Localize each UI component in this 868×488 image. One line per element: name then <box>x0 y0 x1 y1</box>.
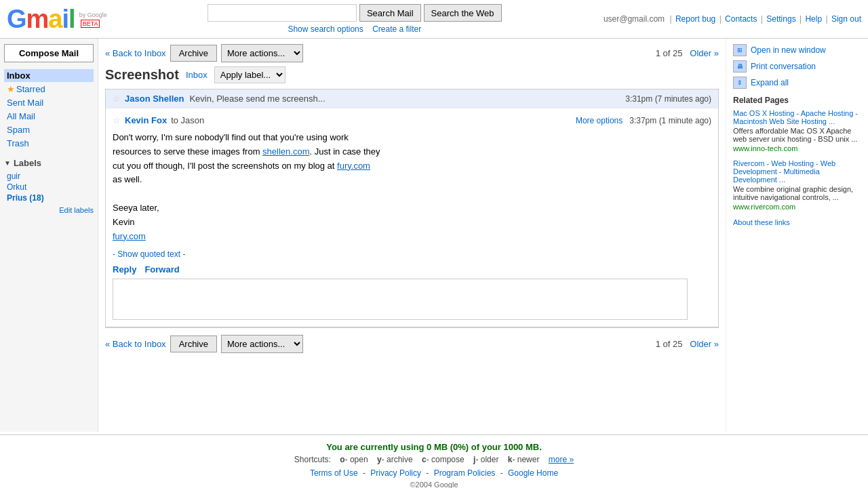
google-home-link[interactable]: Google Home <box>508 468 558 478</box>
print-conversation-link[interactable]: 🖶 Print conversation <box>733 60 861 73</box>
related-pages-section: Related Pages Mac OS X Hosting - Apache … <box>733 96 861 227</box>
create-filter-link[interactable]: Create a filter <box>372 24 421 34</box>
sign-out-link[interactable]: Sign out <box>831 14 861 24</box>
program-policies-link[interactable]: Program Policies <box>434 468 496 478</box>
email-subject: Screenshot <box>105 67 179 83</box>
related-item-2: Rivercom - Web Hosting - Web Development… <box>733 159 861 211</box>
starred-label: Starred <box>16 84 45 94</box>
search-web-button[interactable]: Search the Web <box>424 4 502 22</box>
compose-button[interactable]: Compose Mail <box>4 44 94 62</box>
email-item-1[interactable]: ☆ Jason Shellen Kevin, Please send me sc… <box>106 89 718 108</box>
email-snippet-1: Kevin, Please send me screensh... <box>189 94 325 104</box>
edit-labels-link[interactable]: Edit labels <box>4 206 94 214</box>
contacts-link[interactable]: Contacts <box>725 14 757 24</box>
labels-title: Labels <box>14 158 41 168</box>
show-quoted-text[interactable]: - Show quoted text - <box>113 249 185 259</box>
logo-google-text: by Google <box>79 12 107 18</box>
search-mail-button[interactable]: Search Mail <box>359 4 421 22</box>
privacy-link[interactable]: Privacy Policy <box>370 468 421 478</box>
back-to-inbox-bottom[interactable]: « Back to Inbox <box>105 339 166 349</box>
labels-collapse-icon: ▼ <box>4 159 11 167</box>
print-icon: 🖶 <box>733 60 747 73</box>
footer-links: Terms of Use - Privacy Policy - Program … <box>0 468 868 478</box>
related-url-1: www.inno-tech.com <box>733 144 861 152</box>
older-link-bottom[interactable]: Older » <box>690 339 719 349</box>
email-body: Don't worry, I'm sure nobody'll find out… <box>113 131 711 243</box>
email-sender-2: Kevin Fox <box>125 115 167 125</box>
more-options-link[interactable]: More options <box>576 116 623 125</box>
shortcuts-prefix: Shortcuts: <box>294 455 331 464</box>
star-toggle-2[interactable]: ☆ <box>113 115 121 125</box>
shortcuts-row: Shortcuts: o- open y- archive c- compose… <box>0 455 868 464</box>
email-time-2: 3:37pm (1 minute ago) <box>629 116 711 125</box>
search-input[interactable] <box>208 4 357 22</box>
show-search-options-link[interactable]: Show search options <box>288 24 363 34</box>
sidebar-item-inbox[interactable]: Inbox <box>4 69 94 82</box>
related-desc-1: Offers affordable Mac OS X Apache web se… <box>733 127 861 143</box>
settings-link[interactable]: Settings <box>766 14 795 24</box>
related-desc-2: We combine original graphic design, intu… <box>733 185 861 201</box>
related-link-2[interactable]: Rivercom - Web Hosting - Web Development… <box>733 159 861 184</box>
reply-textarea[interactable] <box>116 282 684 314</box>
user-email: user@gmail.com <box>604 14 665 24</box>
more-actions-select-top[interactable]: More actions... Mark as unread Add star … <box>221 44 303 62</box>
related-item-1: Mac OS X Hosting - Apache Hosting - Maci… <box>733 109 861 152</box>
pagination-top: 1 of 25 <box>656 48 683 58</box>
expand-icon: ⇕ <box>733 77 747 89</box>
pagination-bottom: 1 of 25 <box>656 339 683 349</box>
label-guir[interactable]: guir <box>4 171 94 182</box>
label-prius[interactable]: Prius (18) <box>4 192 94 203</box>
open-new-window-icon: ⊞ <box>733 44 747 56</box>
shortcuts-more-link[interactable]: more » <box>549 455 574 464</box>
labels-header[interactable]: ▼ Labels <box>4 158 94 168</box>
reply-link[interactable]: Reply <box>113 264 136 274</box>
forward-link[interactable]: Forward <box>144 264 179 274</box>
related-link-1[interactable]: Mac OS X Hosting - Apache Hosting - Maci… <box>733 109 861 125</box>
sidebar-item-starred[interactable]: ★ Starred <box>4 83 94 96</box>
storage-text: You are currently using 0 MB (0%) of you… <box>0 442 868 452</box>
related-url-2: www.rivercom.com <box>733 203 861 211</box>
sidebar-item-spam[interactable]: Spam <box>4 123 94 136</box>
expand-all-link[interactable]: ⇕ Expand all <box>733 77 861 89</box>
related-pages-title: Related Pages <box>733 96 861 105</box>
sidebar-item-sent[interactable]: Sent Mail <box>4 96 94 109</box>
more-actions-select-bottom[interactable]: More actions... Mark as unread Add star … <box>221 335 303 353</box>
star-toggle-1[interactable]: ☆ <box>113 94 121 104</box>
archive-button-top[interactable]: Archive <box>170 45 217 62</box>
help-link[interactable]: Help <box>805 14 822 24</box>
fury-link[interactable]: fury.com <box>337 161 370 171</box>
sidebar-item-trash[interactable]: Trash <box>4 137 94 150</box>
print-conversation-label: Print conversation <box>751 62 816 71</box>
open-new-window-link[interactable]: ⊞ Open in new window <box>733 44 861 56</box>
older-link-top[interactable]: Older » <box>690 48 719 58</box>
about-links-link[interactable]: About these links <box>733 218 790 226</box>
shellen-link[interactable]: shellen.com <box>262 146 309 157</box>
copyright-text: ©2004 Google <box>0 481 868 488</box>
expand-all-label: Expand all <box>751 78 789 87</box>
email-item-2: ☆ Kevin Fox to Jason More options 3:37pm… <box>106 108 718 327</box>
email-sender-1: Jason Shellen <box>125 94 184 104</box>
email-time-1: 3:31pm (7 minutes ago) <box>625 94 711 104</box>
back-to-inbox-top[interactable]: « Back to Inbox <box>105 48 166 58</box>
report-bug-link[interactable]: Report bug <box>675 14 715 24</box>
inbox-label-link[interactable]: Inbox <box>186 70 208 80</box>
sidebar-item-all[interactable]: All Mail <box>4 110 94 123</box>
fury-sig-link[interactable]: fury.com <box>113 231 146 241</box>
logo-beta-badge: BETA <box>81 20 100 28</box>
label-orkut[interactable]: Orkut <box>4 182 94 192</box>
archive-button-bottom[interactable]: Archive <box>170 336 217 352</box>
star-icon: ★ <box>7 84 15 94</box>
open-new-window-label: Open in new window <box>751 45 826 55</box>
email-to-2: to Jason <box>171 115 204 125</box>
terms-link[interactable]: Terms of Use <box>310 468 358 478</box>
apply-label-select[interactable]: Apply label... guir Orkut Prius <box>214 66 285 83</box>
